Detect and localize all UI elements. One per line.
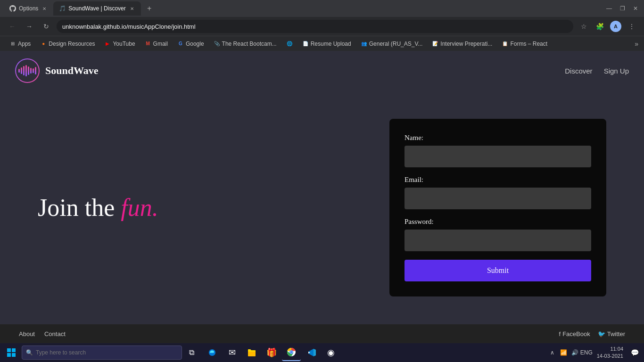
volume-icon[interactable]: 🔊 xyxy=(570,348,580,357)
bar-2 xyxy=(21,67,22,74)
taskbar-edge[interactable] xyxy=(203,344,222,361)
soundwave-bars xyxy=(18,64,36,77)
notification-button[interactable]: 💬 xyxy=(629,344,640,361)
footer-left: About Contact xyxy=(19,330,66,337)
taskbar-clock[interactable]: 11:04 14-03-2021 xyxy=(595,346,625,360)
interview-icon: 📝 xyxy=(432,41,438,47)
taskbar-apps: ✉ 🎁 xyxy=(203,344,340,361)
twitter-label: Twitter xyxy=(607,330,625,337)
footer-about[interactable]: About xyxy=(19,330,35,337)
tab-favicon-github xyxy=(9,5,16,12)
taskbar-search-bar[interactable]: 🔍 xyxy=(22,346,182,360)
system-tray: ∧ 📶 🔊 ENG xyxy=(548,348,591,357)
bookmarks-more-button[interactable]: » xyxy=(635,40,638,48)
logo-area[interactable]: SoundWave xyxy=(15,58,99,83)
extension-icon[interactable]: 🧩 xyxy=(593,20,606,33)
hero-highlight: fun. xyxy=(121,194,158,221)
reload-button[interactable]: ↻ xyxy=(40,20,53,33)
svg-marker-10 xyxy=(314,349,316,356)
gmail-icon: M xyxy=(145,41,151,47)
svg-rect-2 xyxy=(7,353,11,357)
tab-soundwave-close[interactable]: ✕ xyxy=(129,5,135,12)
maximize-button[interactable]: ❐ xyxy=(618,4,627,13)
window-controls: — ❐ ✕ xyxy=(604,4,640,13)
page-content: SoundWave Discover Sign Up Join the fun.… xyxy=(0,51,644,343)
taskbar-explorer[interactable] xyxy=(242,344,261,361)
taskbar-time-display: 11:04 xyxy=(597,346,623,353)
address-input[interactable] xyxy=(57,20,573,33)
submit-button[interactable]: Submit xyxy=(405,260,591,281)
tab-options-label: Options xyxy=(19,5,38,12)
tab-soundwave-label: SoundWave | Discover xyxy=(68,5,125,12)
logo-text: SoundWave xyxy=(45,65,99,77)
menu-icon[interactable]: ⋮ xyxy=(625,20,638,33)
close-button[interactable]: ✕ xyxy=(631,4,640,13)
email-input[interactable] xyxy=(405,188,591,209)
taskbar-chrome2[interactable]: ◉ xyxy=(322,344,340,361)
bookmark-google[interactable]: G Google xyxy=(173,40,208,48)
bookmark-google-label: Google xyxy=(186,41,204,47)
tray-arrow-icon[interactable]: ∧ xyxy=(548,348,557,357)
task-view-button[interactable]: ⧉ xyxy=(184,345,199,360)
bookmark-design[interactable]: ● Design Resources xyxy=(36,40,99,48)
bar-5 xyxy=(28,66,29,75)
taskbar: 🔍 ⧉ ✉ 🎁 xyxy=(0,343,644,362)
taskbar-search-input[interactable] xyxy=(36,349,168,356)
password-input[interactable] xyxy=(405,230,591,251)
hero-prefix: Join the xyxy=(38,194,121,221)
taskbar-vscode[interactable] xyxy=(302,344,321,361)
taskbar-mail[interactable]: ✉ xyxy=(223,344,241,361)
bar-7 xyxy=(33,68,34,73)
network-icon[interactable]: 📶 xyxy=(559,348,569,357)
bookmark-interview[interactable]: 📝 Interview Preperati... xyxy=(428,40,496,48)
minimize-button[interactable]: — xyxy=(604,4,614,13)
profile-icon[interactable]: A xyxy=(609,20,622,33)
tab-favicon-soundwave: 🎵 xyxy=(59,5,66,12)
google-icon: G xyxy=(177,41,184,47)
forward-button[interactable]: → xyxy=(23,20,36,33)
name-label: Name: xyxy=(405,134,591,142)
name-input[interactable] xyxy=(405,146,591,167)
back-button[interactable]: ← xyxy=(6,20,19,33)
bookmark-resume[interactable]: 📄 Resume Upload xyxy=(298,40,355,48)
star-icon[interactable]: ☆ xyxy=(577,20,590,33)
bookmark-forms[interactable]: 📋 Forms – React xyxy=(498,40,551,48)
facebook-icon: f xyxy=(559,330,561,337)
footer-right: f FaceBook 🐦 Twitter xyxy=(559,330,625,337)
address-bar: ← → ↻ ☆ 🧩 A ⋮ xyxy=(0,17,644,36)
nav-signup[interactable]: Sign Up xyxy=(604,67,629,75)
bookmark-apps[interactable]: ⊞ Apps xyxy=(6,40,34,48)
tab-options-close[interactable]: ✕ xyxy=(41,5,48,12)
bookmarks-bar: ⊞ Apps ● Design Resources ▶ YouTube M Gm… xyxy=(0,36,644,51)
world-icon: 🌐 xyxy=(286,41,293,47)
footer-contact[interactable]: Contact xyxy=(44,330,66,337)
footer-facebook[interactable]: f FaceBook xyxy=(559,330,590,337)
apps-icon: ⊞ xyxy=(9,41,16,47)
main-area: Join the fun. Name: Email: Password: Sub… xyxy=(0,90,644,324)
bookmark-bootcamp[interactable]: 📎 The React Bootcam... xyxy=(210,40,281,48)
bookmark-resume-label: Resume Upload xyxy=(311,41,351,47)
new-tab-button[interactable]: + xyxy=(143,2,156,15)
svg-point-8 xyxy=(290,351,293,354)
browser-chrome: Options ✕ 🎵 SoundWave | Discover ✕ + — ❐… xyxy=(0,0,644,51)
footer-twitter[interactable]: 🐦 Twitter xyxy=(598,330,625,337)
site-nav: SoundWave Discover Sign Up xyxy=(0,51,644,90)
bookmark-forms-label: Forms – React xyxy=(510,41,547,47)
taskbar-gift[interactable]: 🎁 xyxy=(262,344,281,361)
bookmark-gmail[interactable]: M Gmail xyxy=(141,40,172,48)
bootcamp-icon: 📎 xyxy=(214,41,220,47)
bookmark-interview-label: Interview Preperati... xyxy=(440,41,492,47)
bar-4 xyxy=(25,65,27,76)
bookmark-world[interactable]: 🌐 xyxy=(282,40,297,48)
language-icon[interactable]: ENG xyxy=(582,348,591,357)
bar-6 xyxy=(30,68,32,74)
tab-options[interactable]: Options ✕ xyxy=(4,1,53,16)
taskbar-chrome[interactable] xyxy=(282,344,301,361)
taskbar-search-icon: 🔍 xyxy=(26,349,33,356)
start-button[interactable] xyxy=(4,345,19,360)
forms-icon: 📋 xyxy=(502,41,508,47)
bookmark-general[interactable]: 👥 General (RU_AS_V... xyxy=(357,40,427,48)
tab-soundwave[interactable]: 🎵 SoundWave | Discover ✕ xyxy=(53,1,140,16)
nav-discover[interactable]: Discover xyxy=(565,67,592,75)
bookmark-youtube[interactable]: ▶ YouTube xyxy=(100,40,139,48)
